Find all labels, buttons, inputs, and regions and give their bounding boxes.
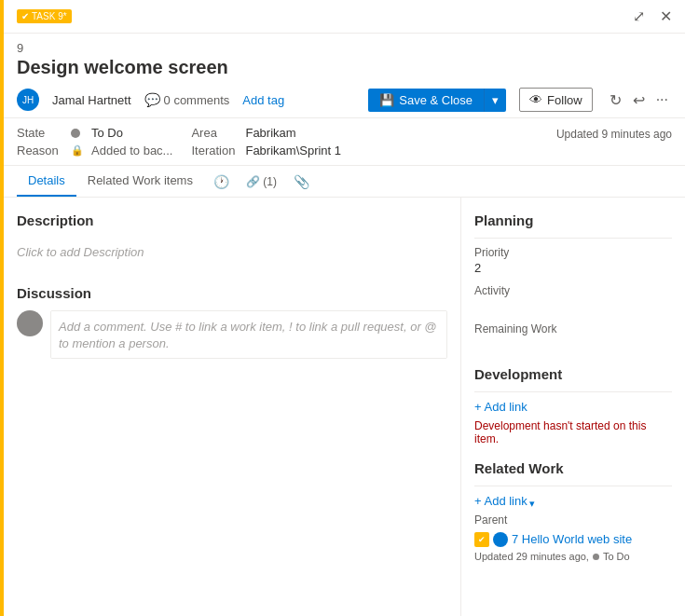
remaining-work-label: Remaining Work	[474, 322, 672, 335]
author-name: Jamal Hartnett	[52, 93, 131, 107]
attachments-button[interactable]: 📎	[286, 166, 317, 197]
tab-related-work-items[interactable]: Related Work items	[76, 166, 204, 197]
left-panel: Description Click to add Description Dis…	[4, 198, 461, 616]
related-work-title: Related Work	[474, 460, 672, 476]
parent-link[interactable]: 7 Hello World web site	[512, 532, 632, 546]
related-work-section: Related Work + Add link ▾ Parent ✔ 7 Hel…	[474, 460, 672, 562]
parent-task-icon: ✔	[474, 532, 489, 547]
planning-title: Planning	[474, 212, 672, 228]
dev-add-link-button[interactable]: + Add link	[474, 400, 527, 414]
related-add-link-button[interactable]: + Add link	[474, 494, 527, 508]
title-bar-controls: ⤢ ✕	[629, 6, 676, 27]
links-button[interactable]: 🔗 (1)	[239, 166, 284, 197]
add-tag-button[interactable]: Add tag	[242, 93, 284, 107]
development-title: Development	[474, 366, 672, 382]
parent-label: Parent	[474, 513, 672, 527]
eye-icon: 👁	[529, 92, 542, 107]
save-close-group: 💾 Save & Close ▾	[368, 89, 506, 112]
priority-value[interactable]: 2	[474, 261, 672, 275]
follow-button[interactable]: 👁 Follow	[519, 88, 593, 112]
discussion-title: Discussion	[17, 285, 447, 301]
work-item-number: 9	[17, 41, 672, 55]
comment-icon: 💬	[144, 92, 160, 107]
related-add-link-group: + Add link ▾	[474, 494, 672, 513]
priority-label: Priority	[474, 246, 672, 259]
area-field-group: Area Fabrikam Iteration Fabrikam\Sprint …	[191, 126, 341, 157]
development-section: Development + Add link Development hasn'…	[474, 366, 672, 445]
parent-meta: Updated 29 minutes ago, To Do	[474, 551, 632, 562]
activity-label: Activity	[474, 284, 672, 297]
avatar: JH	[17, 89, 39, 111]
description-placeholder[interactable]: Click to add Description	[17, 238, 447, 267]
dev-not-started-text: Development hasn't started on this item.	[474, 419, 672, 445]
state-field-group: State To Do Reason 🔒 Added to bac...	[17, 126, 172, 157]
parent-todo-dot	[593, 554, 599, 560]
reason-label: Reason	[17, 144, 63, 157]
undo-button[interactable]: ↩	[629, 89, 649, 111]
comment-input-area: Add a comment. Use # to link a work item…	[17, 310, 447, 359]
description-title: Description	[17, 212, 447, 228]
title-bar-left: ✔ TASK 9*	[17, 9, 72, 23]
planning-section: Planning Priority 2 Activity Remaining W…	[474, 212, 672, 351]
discussion-section: Discussion Add a comment. Use # to link …	[17, 285, 447, 359]
work-item-title: Design welcome screen	[17, 57, 672, 78]
more-button[interactable]: ···	[652, 89, 672, 110]
lock-icon: 🔒	[71, 144, 84, 157]
area-label: Area	[191, 126, 238, 140]
refresh-button[interactable]: ↻	[606, 89, 625, 111]
save-icon: 💾	[379, 93, 394, 107]
reason-value: Added to bac...	[91, 144, 172, 157]
save-close-dropdown-button[interactable]: ▾	[484, 89, 506, 112]
history-button[interactable]: 🕐	[206, 166, 237, 197]
toolbar-icons: ↻ ↩ ···	[606, 89, 672, 111]
related-add-link-dropdown[interactable]: ▾	[529, 498, 535, 510]
close-button[interactable]: ✕	[656, 6, 676, 27]
iteration-value[interactable]: Fabrikam\Sprint 1	[245, 144, 341, 157]
iteration-label: Iteration	[191, 144, 238, 157]
tab-details[interactable]: Details	[17, 166, 76, 197]
parent-item: ✔ 7 Hello World web site Updated 29 minu…	[474, 530, 672, 562]
expand-button[interactable]: ⤢	[629, 6, 649, 27]
comments-button[interactable]: 💬 0 comments	[144, 92, 230, 107]
activity-value[interactable]	[474, 299, 672, 313]
activity-field: Activity	[474, 284, 672, 313]
state-dot	[71, 129, 80, 138]
priority-field: Priority 2	[474, 246, 672, 275]
updated-text: Updated 9 minutes ago	[556, 126, 672, 141]
remaining-work-field: Remaining Work	[474, 322, 672, 351]
comment-input[interactable]: Add a comment. Use # to link a work item…	[50, 310, 447, 359]
state-value[interactable]: To Do	[91, 126, 123, 140]
area-value[interactable]: Fabrikam	[245, 126, 295, 140]
comment-avatar	[17, 310, 43, 336]
remaining-work-value[interactable]	[474, 337, 672, 351]
save-close-button[interactable]: 💾 Save & Close	[368, 89, 484, 112]
parent-avatar	[493, 532, 508, 547]
right-panel: Planning Priority 2 Activity Remaining W…	[461, 198, 685, 616]
state-label: State	[17, 126, 63, 140]
task-badge: ✔ TASK 9*	[17, 9, 72, 23]
